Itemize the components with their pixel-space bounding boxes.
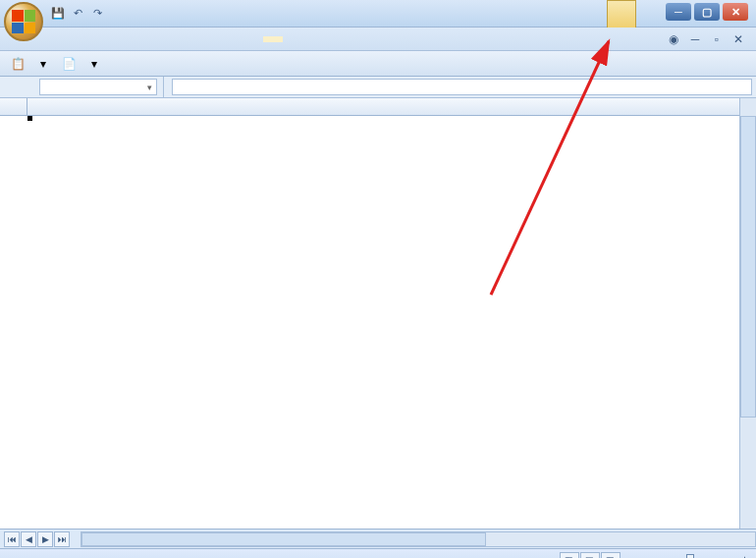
title-bar: 💾 ↶ ↷ ─ ▢ ✕ xyxy=(0,0,756,28)
ribbon-tab-data[interactable] xyxy=(167,36,187,42)
column-headers xyxy=(0,98,756,116)
scrollbar-thumb[interactable] xyxy=(81,532,486,546)
zoom-in-icon[interactable]: + xyxy=(741,553,748,559)
dropdown-icon[interactable]: ▾ xyxy=(84,54,104,74)
fill-handle[interactable] xyxy=(27,116,32,121)
ribbon-tab-view[interactable] xyxy=(214,36,234,42)
doc-close-icon[interactable]: ✕ xyxy=(730,32,746,46)
tab-nav-prev-icon[interactable]: ◀ xyxy=(21,531,36,547)
ribbon-body: 📋 ▾ 📄 ▾ xyxy=(0,51,756,77)
tab-nav-first-icon[interactable]: ⏮ xyxy=(4,531,20,547)
zoom-thumb[interactable] xyxy=(686,554,694,559)
ribbon-tab-developer[interactable] xyxy=(238,36,257,42)
office-button[interactable] xyxy=(4,2,43,41)
ribbon-tab-home[interactable] xyxy=(73,36,92,42)
tab-nav-last-icon[interactable]: ⏭ xyxy=(54,531,70,547)
view-normal-icon[interactable]: ▦ xyxy=(560,552,579,559)
help-icon[interactable]: ◉ xyxy=(666,32,681,46)
undo-icon[interactable]: ↶ xyxy=(69,5,86,23)
maximize-button[interactable]: ▢ xyxy=(694,3,720,21)
zoom-control: − + xyxy=(628,553,748,559)
ribbon-tab-insert[interactable] xyxy=(96,36,116,42)
view-pagebreak-icon[interactable]: ▥ xyxy=(601,552,621,559)
view-layout-icon[interactable]: ▤ xyxy=(580,552,600,559)
ribbon-help-area: ◉ ─ ▫ ✕ xyxy=(666,32,756,46)
sheet-tabs-row: ⏮ ◀ ▶ ⏭ xyxy=(0,529,756,548)
ribbon-tab-design[interactable] xyxy=(263,36,283,42)
formula-bar xyxy=(0,77,756,98)
view-buttons: ▦ ▤ ▥ xyxy=(560,552,621,559)
doc-minimize-icon[interactable]: ─ xyxy=(687,32,703,46)
ribbon-tab-formulas[interactable] xyxy=(143,36,163,42)
close-button[interactable]: ✕ xyxy=(723,3,748,21)
redo-icon[interactable]: ↷ xyxy=(88,5,106,23)
name-box[interactable] xyxy=(39,79,157,95)
formula-input[interactable] xyxy=(172,79,752,95)
fx-area xyxy=(163,77,172,97)
contextual-tab-table-tools[interactable] xyxy=(607,0,636,28)
ribbon-tab-review[interactable] xyxy=(190,36,210,42)
quick-access-toolbar: 💾 ↶ ↷ xyxy=(49,5,106,23)
ribbon-tab-classic[interactable] xyxy=(49,36,69,42)
status-bar: ▦ ▤ ▥ − + xyxy=(0,548,756,558)
tool-icon[interactable]: 📄 xyxy=(59,54,79,74)
doc-restore-icon[interactable]: ▫ xyxy=(709,32,725,46)
tab-nav-next-icon[interactable]: ▶ xyxy=(37,531,53,547)
save-icon[interactable]: 💾 xyxy=(49,5,67,23)
ribbon-tab-layout[interactable] xyxy=(120,36,139,42)
select-all-corner[interactable] xyxy=(0,98,27,115)
dropdown-icon[interactable]: ▾ xyxy=(33,54,53,74)
ribbon-tabs: ◉ ─ ▫ ✕ xyxy=(0,28,756,51)
horizontal-scrollbar[interactable] xyxy=(81,531,756,547)
office-logo-icon xyxy=(12,10,35,33)
window-controls: ─ ▢ ✕ xyxy=(666,3,748,21)
vertical-scrollbar[interactable] xyxy=(739,98,756,529)
zoom-out-icon[interactable]: − xyxy=(628,553,635,559)
paste-icon[interactable]: 📋 xyxy=(8,54,27,74)
scrollbar-thumb[interactable] xyxy=(740,116,756,418)
spreadsheet-grid xyxy=(0,98,756,529)
minimize-button[interactable]: ─ xyxy=(666,3,691,21)
